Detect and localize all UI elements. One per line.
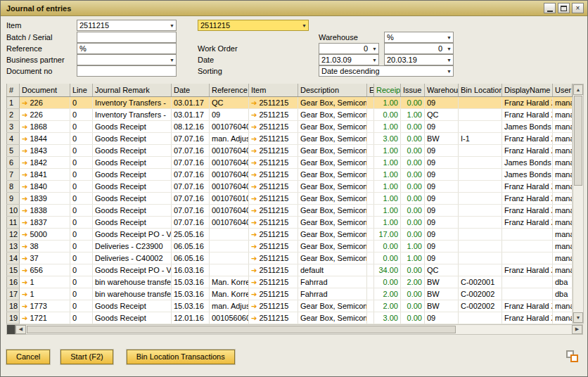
sorting-select[interactable]: Date descending ▼ [319, 65, 454, 77]
table-row[interactable]: 2➔2260Inventory Transfers -03.01.1709➔25… [7, 108, 573, 120]
table-row[interactable]: 11➔18370Goods Receipt07.07.16001076040➔2… [7, 216, 573, 228]
link-arrow-icon[interactable]: ➔ [251, 314, 257, 322]
link-arrow-icon[interactable]: ➔ [22, 231, 27, 238]
table-row[interactable]: 5➔18430Goods Receipt07.07.16001076040➔25… [7, 144, 573, 156]
column-header-document[interactable]: Document [20, 84, 70, 96]
cell-num[interactable]: 6 [7, 156, 20, 168]
scroll-left-button[interactable]: ◀ [15, 325, 26, 334]
table-row[interactable]: 17➔10bin warehouse transfer15.03.16Man. … [7, 288, 573, 300]
cell-num[interactable]: 1 [7, 96, 20, 108]
cell-num[interactable]: 17 [7, 288, 20, 300]
table-row[interactable]: 18➔17730Goods Receipt15.03.16man. Adjus➔… [7, 300, 573, 312]
link-arrow-icon[interactable]: ➔ [251, 219, 257, 226]
column-header-description[interactable]: Description [298, 84, 367, 96]
vertical-scroll-thumb[interactable] [574, 96, 582, 186]
column-header--[interactable]: # [7, 84, 20, 96]
column-header-line[interactable]: Line [70, 84, 93, 96]
link-arrow-icon[interactable]: ➔ [22, 314, 27, 322]
cell-num[interactable]: 15 [7, 264, 20, 276]
scrollbar-split-box[interactable] [7, 325, 15, 334]
link-arrow-icon[interactable]: ➔ [22, 267, 27, 274]
link-arrow-icon[interactable]: ➔ [22, 147, 27, 155]
link-arrow-icon[interactable]: ➔ [251, 135, 257, 143]
cell-num[interactable]: 9 [7, 192, 20, 204]
cell-num[interactable]: 11 [7, 216, 20, 228]
link-arrow-icon[interactable]: ➔ [22, 183, 27, 191]
cell-num[interactable]: 8 [7, 180, 20, 192]
document-no-input[interactable] [77, 65, 177, 77]
work-order-from-select[interactable]: 0 ▼ [319, 43, 379, 54]
link-arrow-icon[interactable]: ➔ [22, 111, 27, 119]
cell-num[interactable]: 16 [7, 276, 20, 288]
link-arrow-icon[interactable]: ➔ [22, 171, 27, 179]
column-header-item[interactable]: Item [249, 84, 298, 96]
cell-num[interactable]: 14 [7, 252, 20, 264]
table-row[interactable]: 4➔18440Goods Receipt07.07.16man. Adjus➔2… [7, 132, 573, 144]
table-row[interactable]: 8➔18400Goods Receipt07.07.16001076040➔25… [7, 180, 573, 192]
link-arrow-icon[interactable]: ➔ [251, 171, 257, 179]
link-arrow-icon[interactable]: ➔ [22, 195, 27, 203]
item-select-2[interactable]: 2511215 ▼ [198, 20, 309, 31]
business-partner-select[interactable]: ▼ [77, 54, 177, 65]
item-select[interactable]: 2511215 ▼ [77, 20, 177, 31]
cell-num[interactable]: 2 [7, 108, 20, 120]
link-arrow-icon[interactable]: ➔ [251, 290, 257, 298]
close-button[interactable]: × [572, 3, 584, 13]
cell-num[interactable]: 18 [7, 300, 20, 312]
link-arrow-icon[interactable]: ➔ [22, 99, 27, 107]
bin-location-transactions-button[interactable]: Bin Location Transactions [127, 350, 235, 364]
table-row[interactable]: 3➔18680Goods Receipt08.12.16001076040➔25… [7, 120, 573, 132]
resize-grip-icon[interactable] [566, 350, 578, 362]
link-arrow-icon[interactable]: ➔ [251, 231, 257, 238]
horizontal-scrollbar[interactable]: ◀ ▶ [6, 324, 583, 335]
cell-num[interactable]: 19 [7, 312, 20, 324]
table-row[interactable]: 6➔18420Goods Receipt07.07.16001076040➔25… [7, 156, 573, 168]
minimize-button[interactable] [544, 3, 556, 13]
column-header-issue[interactable]: Issue [401, 84, 425, 96]
link-arrow-icon[interactable]: ➔ [251, 99, 257, 107]
link-arrow-icon[interactable]: ➔ [251, 255, 257, 262]
cell-num[interactable]: 3 [7, 120, 20, 132]
warehouse-select[interactable]: % ▼ [384, 32, 454, 43]
column-header-warehouse[interactable]: Warehouse [425, 84, 459, 96]
vertical-scrollbar[interactable]: ▲ ▼ [573, 84, 584, 324]
column-header-user[interactable]: User [553, 84, 573, 96]
link-arrow-icon[interactable]: ➔ [251, 302, 257, 310]
link-arrow-icon[interactable]: ➔ [251, 195, 257, 203]
table-row[interactable]: 7➔18410Goods Receipt07.07.16001076040➔25… [7, 168, 573, 180]
scroll-down-button[interactable]: ▼ [573, 312, 583, 323]
table-row[interactable]: 13➔380Deliveries - C2390006.05.16➔251121… [7, 240, 573, 252]
table-row[interactable]: 14➔370Deliveries - C4000206.05.16➔251121… [7, 252, 573, 264]
link-arrow-icon[interactable]: ➔ [22, 159, 27, 167]
cell-num[interactable]: 5 [7, 144, 20, 156]
column-header-date[interactable]: Date [172, 84, 210, 96]
horizontal-scroll-thumb[interactable] [27, 326, 456, 333]
maximize-button[interactable] [558, 3, 570, 13]
column-header-bin-location[interactable]: Bin Location [459, 84, 502, 96]
table-row[interactable]: 1➔2260Inventory Transfers -03.01.17QC➔25… [7, 96, 573, 108]
batch-serial-input[interactable] [77, 32, 177, 43]
cell-num[interactable]: 7 [7, 168, 20, 180]
column-header-displayname[interactable]: DisplayName [502, 84, 553, 96]
scroll-up-button[interactable]: ▲ [573, 84, 583, 95]
cell-num[interactable]: 4 [7, 132, 20, 144]
link-arrow-icon[interactable]: ➔ [251, 123, 257, 131]
link-arrow-icon[interactable]: ➔ [251, 147, 257, 155]
link-arrow-icon[interactable]: ➔ [22, 302, 27, 310]
date-to-select[interactable]: 20.03.19 ▼ [384, 54, 454, 65]
column-header-e[interactable]: E [367, 84, 374, 96]
link-arrow-icon[interactable]: ➔ [22, 219, 27, 226]
link-arrow-icon[interactable]: ➔ [251, 183, 257, 191]
link-arrow-icon[interactable]: ➔ [22, 135, 27, 143]
table-row[interactable]: 12➔50000Goods Receipt PO - V2025.05.16➔2… [7, 228, 573, 240]
cell-num[interactable]: 12 [7, 228, 20, 240]
column-header-receipt[interactable]: Receipt [374, 84, 401, 96]
link-arrow-icon[interactable]: ➔ [251, 279, 257, 286]
reference-input[interactable]: % [77, 43, 177, 54]
table-row[interactable]: 10➔18380Goods Receipt07.07.16001076040➔2… [7, 204, 573, 216]
link-arrow-icon[interactable]: ➔ [251, 207, 257, 215]
cancel-button[interactable]: Cancel [6, 350, 50, 364]
link-arrow-icon[interactable]: ➔ [22, 290, 27, 298]
link-arrow-icon[interactable]: ➔ [22, 207, 27, 215]
column-header-reference[interactable]: Reference [210, 84, 249, 96]
